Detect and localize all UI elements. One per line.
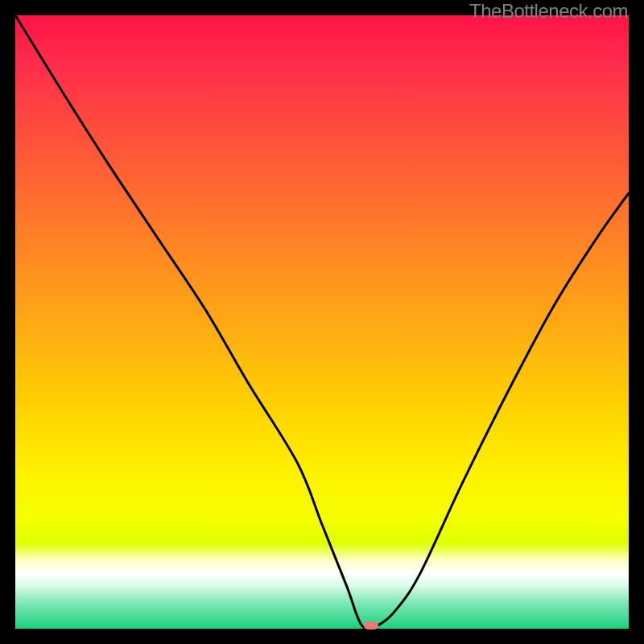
optimal-marker	[364, 621, 378, 630]
watermark-text: TheBottleneck.com	[469, 0, 628, 23]
chart-container: TheBottleneck.com	[0, 0, 644, 644]
bottleneck-curve	[15, 15, 629, 629]
